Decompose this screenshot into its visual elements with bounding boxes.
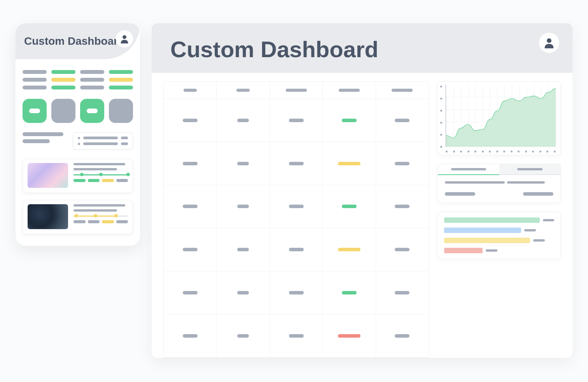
status-pill [80, 70, 104, 74]
desktop-dashboard-mockup: Custom Dashboard [152, 23, 572, 358]
user-icon [119, 33, 130, 44]
mobile-dashboard-mockup: Custom Dashboard [16, 23, 140, 246]
bullet-card[interactable] [73, 132, 133, 149]
note-row [23, 132, 133, 149]
avatar[interactable] [116, 30, 133, 47]
page-title: Custom Dashboard [170, 37, 554, 62]
svg-point-0 [122, 35, 126, 39]
table-row[interactable] [164, 185, 429, 228]
data-table[interactable] [163, 81, 429, 358]
placeholder-line [23, 139, 50, 143]
status-pill-grid [23, 70, 133, 89]
mobile-header: Custom Dashboard [16, 23, 140, 59]
metric-tile[interactable] [109, 99, 133, 123]
status-pill [109, 70, 133, 74]
status-pill [109, 86, 133, 89]
placeholder-line [23, 132, 63, 136]
status-pill [80, 78, 104, 82]
status-pill [23, 86, 47, 89]
page-title: Custom Dashboard [24, 35, 131, 47]
status-pill [23, 78, 47, 82]
metric-tile[interactable] [80, 99, 104, 123]
user-icon [542, 36, 556, 49]
status-pill [23, 70, 47, 74]
status-pill [51, 70, 75, 74]
svg-point-1 [547, 38, 551, 43]
hbar-row [444, 238, 554, 243]
table-header [164, 82, 429, 99]
table-row[interactable] [164, 314, 429, 357]
hbar-row [444, 248, 554, 253]
avatar[interactable] [539, 33, 559, 53]
hbar-row [444, 228, 554, 233]
metric-tile[interactable] [23, 99, 47, 123]
area-chart [446, 85, 556, 147]
status-pill [109, 78, 133, 82]
status-pill [51, 78, 75, 82]
tile-row [23, 99, 133, 123]
status-pill [51, 86, 75, 89]
thumbnail [28, 204, 68, 229]
status-pill [80, 86, 104, 89]
feed-card[interactable] [23, 159, 133, 193]
table-row[interactable] [164, 142, 429, 185]
tab-2[interactable] [499, 164, 560, 175]
tab-1[interactable] [438, 164, 499, 175]
desktop-header: Custom Dashboard [152, 23, 572, 73]
table-row[interactable] [164, 228, 429, 272]
hbar-chart-widget[interactable] [438, 212, 561, 259]
feed-card[interactable] [23, 200, 133, 234]
tabbed-card [438, 164, 561, 203]
trend-chart-widget[interactable] [438, 81, 561, 155]
hbar-row [444, 217, 554, 223]
table-row[interactable] [164, 99, 429, 142]
metric-tile[interactable] [51, 99, 75, 123]
table-row[interactable] [164, 272, 429, 315]
thumbnail [28, 163, 68, 188]
